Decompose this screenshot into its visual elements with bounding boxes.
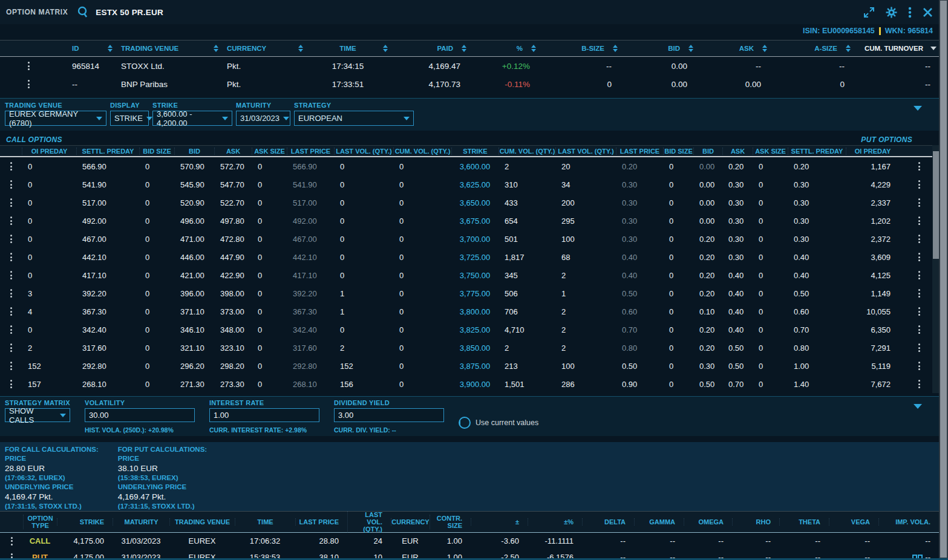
option-row[interactable]: 0541.900545.90547.700541.90003,625.00310… <box>0 175 939 194</box>
header-id[interactable]: ID <box>57 45 115 52</box>
header-put-bid[interactable]: BID <box>693 148 722 155</box>
more-menu-icon[interactable] <box>908 7 912 18</box>
header-last-vol[interactable]: LAST VOL. (QTY.) <box>347 511 391 533</box>
header-contr-size[interactable]: CONTR. SIZE <box>430 515 471 529</box>
kebab-icon[interactable] <box>0 380 22 388</box>
header-put-cum-vol[interactable]: CUM. VOL. (QTY.) <box>499 148 555 155</box>
kebab-icon[interactable] <box>0 537 23 545</box>
strategy-leg-row[interactable]: CALL4,175.0031/03/2023EUREX17:06:3228.80… <box>0 533 939 549</box>
header-cum-turnover[interactable]: CUM. TURNOVER <box>853 45 939 52</box>
kebab-icon[interactable] <box>0 289 22 298</box>
strategy-leg-row[interactable]: PUT4,175.0031/03/2023EUREX15:38:5338.101… <box>0 549 939 560</box>
cell-strike[interactable]: 3,875.00 <box>451 362 499 371</box>
cell-strike[interactable]: 3,850.00 <box>451 343 499 353</box>
header-percent[interactable]: % <box>469 45 538 52</box>
cell-strike[interactable]: 3,725.00 <box>451 253 499 262</box>
header-a-size[interactable]: A-SIZE <box>770 45 853 52</box>
cell-strike[interactable]: 3,675.00 <box>451 217 499 226</box>
header-b-size[interactable]: B-SIZE <box>538 45 620 52</box>
maturity-dropdown[interactable]: 31/03/2023 <box>236 111 290 126</box>
header-strike[interactable]: STRIKE <box>451 148 499 155</box>
option-row[interactable]: 0442.100446.00447.900442.10003,725.001,8… <box>0 248 939 266</box>
option-row[interactable]: 3392.200396.00398.000392.20103,775.00506… <box>0 284 939 302</box>
header-put-ask[interactable]: ASK <box>722 148 753 155</box>
header-oi-preday[interactable]: OI PREDAY <box>22 148 76 155</box>
header-trading-venue[interactable]: TRADING VENUE <box>169 518 235 526</box>
linked-windows-icon[interactable] <box>912 554 924 560</box>
header-delta[interactable]: DELTA <box>582 518 634 526</box>
header-gamma[interactable]: GAMMA <box>634 518 684 526</box>
kebab-icon[interactable] <box>0 362 22 370</box>
header-ask-size[interactable]: ASK SIZE <box>252 148 287 155</box>
header-bid[interactable]: BID <box>620 45 696 52</box>
kebab-icon[interactable] <box>0 198 22 207</box>
header-put-bid-size[interactable]: BID SIZE <box>663 148 693 155</box>
option-row[interactable]: 0467.000471.00472.800467.00003,700.00501… <box>0 230 939 248</box>
option-row[interactable]: 157268.100271.30273.300268.1015603,900.0… <box>0 375 939 393</box>
kebab-icon[interactable] <box>0 162 22 171</box>
header-maturity[interactable]: MATURITY <box>113 518 169 526</box>
option-row[interactable]: 0517.000520.90522.700517.00003,650.00433… <box>0 194 939 212</box>
kebab-icon[interactable] <box>0 325 22 334</box>
header-last-price[interactable]: LAST PRICE <box>287 148 334 155</box>
header-trading-venue[interactable]: TRADING VENUE <box>115 45 221 52</box>
gear-icon[interactable] <box>886 7 897 18</box>
search-icon[interactable] <box>76 5 90 19</box>
option-row[interactable]: 0492.000496.00497.800492.00003,675.00654… <box>0 212 939 230</box>
kebab-icon[interactable] <box>0 62 57 70</box>
header-strike[interactable]: STRIKE <box>57 518 113 526</box>
header-theta[interactable]: THETA <box>779 518 829 526</box>
cell-strike[interactable]: 3,900.00 <box>451 380 499 389</box>
kebab-icon[interactable] <box>0 271 22 279</box>
option-row[interactable]: 152292.800296.20298.200292.8015203,875.0… <box>0 357 939 375</box>
quote-row[interactable]: --BNP ParibasPkt.17:33:514,170.73-0.11%0… <box>0 75 939 93</box>
kebab-icon[interactable] <box>0 180 22 189</box>
header-omega[interactable]: OMEGA <box>684 518 732 526</box>
cell-strike[interactable]: 3,750.00 <box>451 271 499 280</box>
header-time[interactable]: TIME <box>306 45 390 52</box>
option-row[interactable]: 2317.600321.10323.100317.60203,850.00220… <box>0 339 939 357</box>
header-bid-size[interactable]: BID SIZE <box>139 148 174 155</box>
header-put-oi-preday[interactable]: OI PREDAY <box>846 148 899 155</box>
close-icon[interactable] <box>923 7 933 18</box>
cell-strike[interactable]: 3,700.00 <box>451 235 499 244</box>
display-dropdown[interactable]: STRIKE <box>110 111 149 126</box>
header-change-pct[interactable]: ±% <box>528 518 582 526</box>
header-rho[interactable]: RHO <box>732 518 779 526</box>
strike-range-dropdown[interactable]: 3,600.00 - 4,200.00 <box>152 111 232 126</box>
dividend-yield-input[interactable] <box>334 408 444 422</box>
header-currency[interactable]: CURRENCY <box>391 518 430 526</box>
kebab-icon[interactable] <box>0 217 22 225</box>
kebab-icon[interactable] <box>0 80 57 88</box>
header-time[interactable]: TIME <box>235 518 295 526</box>
header-put-ask-size[interactable]: ASK SIZE <box>753 148 788 155</box>
use-current-values-toggle[interactable]: Use current values <box>459 411 538 434</box>
header-vega[interactable]: VEGA <box>829 518 878 526</box>
header-change[interactable]: ± <box>471 518 528 526</box>
collapse-filters-icon[interactable] <box>914 106 922 111</box>
header-paid[interactable]: PAID <box>390 45 469 52</box>
cell-strike[interactable]: 3,800.00 <box>451 307 499 316</box>
header-option-type[interactable]: OPTION TYPE <box>23 515 57 529</box>
header-currency[interactable]: CURRENCY <box>221 45 306 52</box>
volatility-input[interactable] <box>85 408 195 422</box>
header-put-last-price[interactable]: LAST PRICE <box>616 148 663 155</box>
header-settl-preday[interactable]: SETTL. PREDAY <box>76 148 139 155</box>
option-row[interactable]: 0417.100421.00422.900417.10003,750.00345… <box>0 266 939 284</box>
quote-row[interactable]: 965814STOXX Ltd.Pkt.17:34:154,169.47+0.1… <box>0 57 939 75</box>
cell-strike[interactable]: 3,600.00 <box>451 162 499 171</box>
show-calls-dropdown[interactable]: SHOW CALLS <box>5 408 70 422</box>
window-scrollbar-thumb[interactable] <box>940 1 947 558</box>
header-last-vol[interactable]: LAST VOL. (QTY.) <box>334 148 393 155</box>
kebab-icon[interactable] <box>0 235 22 243</box>
trading-venue-dropdown[interactable]: EUREX GERMANY (6780) <box>5 111 106 126</box>
cell-strike[interactable]: 3,625.00 <box>451 180 499 189</box>
header-ask[interactable]: ASK <box>214 148 252 155</box>
option-row[interactable]: 0342.400346.10348.000342.40003,825.004,7… <box>0 321 939 339</box>
cell-strike[interactable]: 3,825.00 <box>451 325 499 334</box>
cell-strike[interactable]: 3,775.00 <box>451 289 499 298</box>
kebab-icon[interactable] <box>0 343 22 352</box>
kebab-icon[interactable] <box>0 553 23 560</box>
interest-rate-input[interactable] <box>209 408 319 422</box>
strategy-dropdown[interactable]: EUROPEAN <box>294 111 414 126</box>
